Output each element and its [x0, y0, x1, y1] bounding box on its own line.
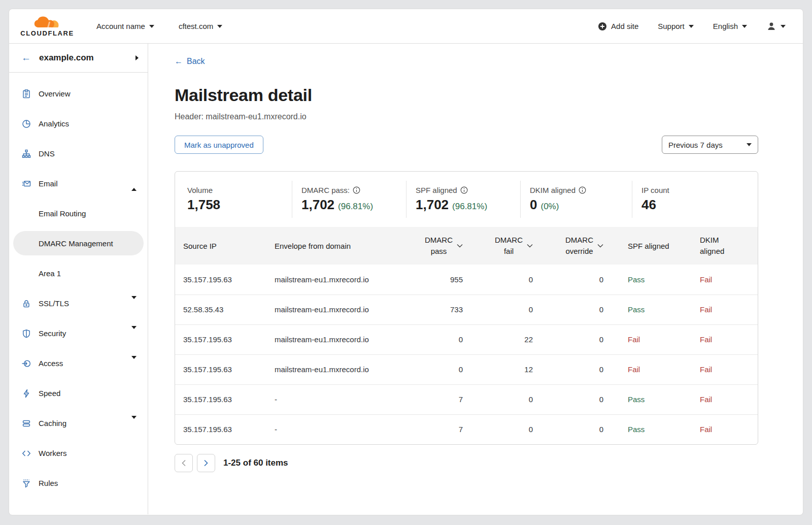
access-icon: [21, 358, 31, 369]
source-ip-table: Source IP Envelope from domain DMARCpass: [175, 227, 758, 444]
support-dropdown[interactable]: Support: [658, 22, 694, 30]
info-icon[interactable]: [579, 186, 586, 194]
lock-icon: [21, 299, 31, 309]
table-row[interactable]: 52.58.35.43 mailstream-eu1.mxrecord.io 7…: [175, 294, 758, 324]
clipboard-icon: [21, 89, 31, 99]
sort-dmarc-override[interactable]: DMARCoverride: [537, 235, 603, 257]
chevron-down-icon: [781, 25, 786, 28]
sidebar-item-dmarc-management[interactable]: DMARC Management: [13, 231, 144, 255]
language-dropdown[interactable]: English: [713, 22, 747, 30]
cloudflare-wordmark: CLOUDFLARE: [20, 29, 74, 37]
spf-status: Pass: [607, 414, 694, 444]
info-icon[interactable]: [460, 186, 468, 194]
stat-ip-count-value: 46: [641, 197, 656, 213]
info-icon[interactable]: [353, 186, 360, 194]
stat-volume: Volume 1,758: [175, 181, 292, 218]
cache-icon: [21, 418, 31, 429]
mailstream-detail-card: Volume 1,758 DMARC pass: 1,702 (96.81%: [175, 171, 758, 445]
col-dmarc-override: DMARCoverride: [537, 227, 607, 265]
sidebar-item-ssl-tls[interactable]: SSL/TLS: [9, 288, 148, 318]
bolt-icon: [21, 388, 31, 399]
chevron-down-icon: [131, 299, 137, 308]
stat-spf-aligned: SPF aligned 1,702 (96.81%): [406, 181, 520, 218]
pie-chart-icon: [21, 119, 31, 129]
sidebar-item-access[interactable]: Access: [9, 348, 148, 378]
sidebar-item-caching[interactable]: Caching: [9, 408, 148, 438]
user-icon: [766, 21, 776, 31]
table-row[interactable]: 35.157.195.63 - 7 0 0 Pass Fail: [175, 384, 758, 414]
chevron-left-icon: [181, 460, 186, 467]
table-row[interactable]: 35.157.195.63 mailstream-eu1.mxrecord.io…: [175, 265, 758, 294]
table-row[interactable]: 35.157.195.63 mailstream-eu1.mxrecord.io…: [175, 324, 758, 354]
site-dropdown[interactable]: cftest.com: [179, 22, 222, 30]
stat-dkim-aligned-percent: (0%): [540, 202, 559, 212]
stat-dmarc-pass: DMARC pass: 1,702 (96.81%): [292, 181, 406, 218]
sort-chevron-icon: [457, 244, 463, 248]
chevron-down-icon: [131, 419, 137, 428]
dkim-status: Fail: [694, 294, 758, 324]
site-name: example.com: [39, 53, 94, 63]
stat-volume-value: 1,758: [187, 197, 220, 213]
add-site-button[interactable]: Add site: [598, 22, 638, 31]
chevron-down-icon: [131, 359, 137, 368]
sidebar-item-security[interactable]: Security: [9, 318, 148, 348]
back-arrow-icon: ←: [21, 52, 31, 63]
funnel-icon: [21, 478, 31, 488]
sidebar-item-workers[interactable]: Workers: [9, 438, 148, 468]
stat-dmarc-pass-percent: (96.81%): [338, 202, 373, 212]
col-spf-aligned: SPF aligned: [607, 227, 694, 265]
sidebar-item-email-routing[interactable]: Email Routing: [9, 199, 148, 228]
prev-page-button[interactable]: [175, 454, 193, 472]
user-menu[interactable]: [766, 21, 786, 31]
col-dmarc-fail: DMARCfail: [467, 227, 537, 265]
chevron-down-icon: [747, 143, 752, 146]
col-dkim-aligned: DKIMaligned: [694, 227, 758, 265]
network-icon: [21, 149, 31, 159]
sidebar-item-rules[interactable]: Rules: [9, 468, 148, 498]
mailstream-header-subtitle: Header: mailstream-eu1.mxrecord.io: [175, 112, 803, 121]
app-window: CLOUDFLARE Account name cftest.com Add s…: [9, 9, 803, 515]
spf-status: Pass: [607, 294, 694, 324]
top-bar: CLOUDFLARE Account name cftest.com Add s…: [9, 9, 803, 44]
email-icon: [21, 179, 31, 189]
chevron-down-icon: [742, 25, 747, 28]
pagination-label: 1-25 of 60 items: [223, 458, 288, 468]
sidebar-item-email[interactable]: Email: [9, 169, 148, 199]
sort-chevron-icon: [527, 244, 533, 248]
expand-right-icon: [136, 55, 139, 60]
spf-status: Pass: [607, 265, 694, 294]
sidebar-item-analytics[interactable]: Analytics: [9, 109, 148, 139]
sort-dmarc-pass[interactable]: DMARCpass: [393, 235, 463, 257]
sort-dmarc-fail[interactable]: DMARCfail: [467, 235, 533, 257]
stat-dkim-aligned: DKIM aligned 0 (0%): [520, 181, 632, 218]
stats-bar: Volume 1,758 DMARC pass: 1,702 (96.81%: [175, 172, 758, 227]
table-row[interactable]: 35.157.195.63 - 7 0 0 Pass Fail: [175, 414, 758, 444]
back-arrow-icon: ←: [175, 57, 183, 66]
stat-spf-aligned-value: 1,702: [416, 197, 449, 213]
sidebar-nav: Overview Analytics DNS: [9, 73, 148, 498]
main-content: ← Back Mailstream detail Header: mailstr…: [148, 44, 803, 514]
chevron-down-icon: [131, 329, 137, 338]
mark-unapproved-button[interactable]: Mark as unapproved: [175, 136, 263, 154]
dkim-status: Fail: [694, 384, 758, 414]
sidebar-item-speed[interactable]: Speed: [9, 378, 148, 408]
next-page-button[interactable]: [197, 454, 215, 472]
dkim-status: Fail: [694, 265, 758, 294]
sidebar-item-dns[interactable]: DNS: [9, 139, 148, 169]
stat-spf-aligned-percent: (96.81%): [452, 202, 487, 212]
chevron-up-icon: [131, 179, 137, 188]
back-link[interactable]: ← Back: [175, 57, 205, 66]
sidebar-item-overview[interactable]: Overview: [9, 79, 148, 109]
table-header-row: Source IP Envelope from domain DMARCpass: [175, 227, 758, 265]
dkim-status: Fail: [694, 324, 758, 354]
date-range-select[interactable]: Previous 7 days: [662, 136, 758, 154]
cloudflare-logo[interactable]: CLOUDFLARE: [18, 15, 76, 37]
sidebar-site-header[interactable]: ← example.com: [9, 44, 148, 73]
col-envelope-from-domain: Envelope from domain: [266, 227, 393, 265]
table-row[interactable]: 35.157.195.63 mailstream-eu1.mxrecord.io…: [175, 354, 758, 384]
sidebar-item-area-1[interactable]: Area 1: [9, 258, 148, 288]
chevron-down-icon: [149, 25, 154, 28]
account-dropdown[interactable]: Account name: [96, 22, 154, 30]
stat-dkim-aligned-value: 0: [530, 197, 537, 213]
spf-status: Fail: [607, 324, 694, 354]
